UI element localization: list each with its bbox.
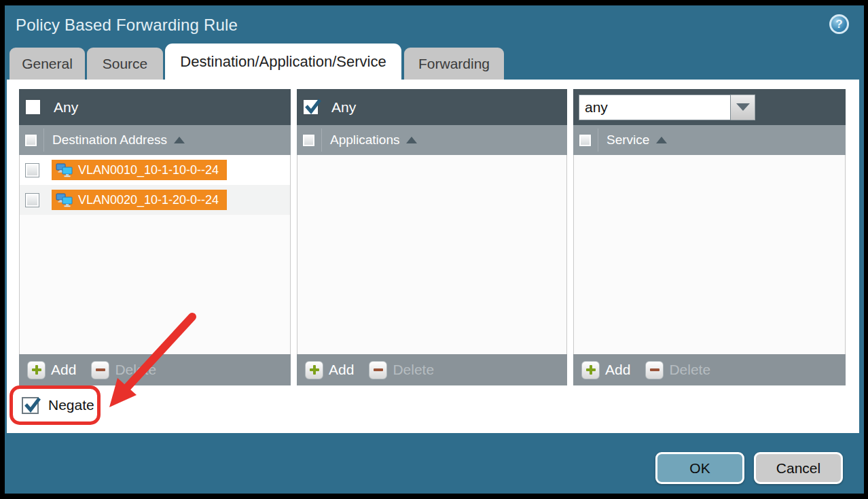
delete-button[interactable]: Delete — [645, 361, 710, 379]
dropdown-arrow-icon[interactable] — [731, 94, 755, 120]
sort-asc-icon[interactable] — [174, 137, 185, 143]
service-header-label: Service — [607, 133, 649, 148]
service-header[interactable]: Service — [573, 125, 846, 155]
applications-any-label: Any — [331, 99, 356, 116]
network-icon — [56, 163, 73, 177]
add-button[interactable]: Add — [581, 361, 630, 379]
applications-any-checkbox[interactable] — [302, 99, 319, 116]
service-dropdown[interactable]: any — [579, 94, 755, 120]
delete-button[interactable]: Delete — [91, 361, 156, 379]
destination-column: Any Destination Address — [19, 89, 291, 385]
service-column: any Service Add — [573, 89, 846, 385]
minus-icon — [369, 361, 387, 379]
address-object-chip[interactable]: VLAN0010_10-1-10-0--24 — [52, 160, 227, 180]
applications-header-checkbox[interactable] — [302, 134, 315, 147]
tab-general[interactable]: General — [10, 48, 85, 80]
service-selector-bar: any — [573, 89, 846, 125]
service-list — [573, 155, 846, 354]
applications-header-label: Applications — [330, 133, 399, 148]
delete-label: Delete — [393, 362, 434, 378]
service-dropdown-value: any — [579, 94, 731, 120]
content-panel: Any Destination Address — [7, 80, 859, 433]
tab-forwarding[interactable]: Forwarding — [404, 48, 504, 80]
tab-destination-application-service[interactable]: Destination/Application/Service — [165, 44, 401, 80]
network-icon — [56, 193, 73, 207]
check-icon — [302, 97, 323, 117]
header-divider — [598, 128, 598, 152]
row-checkbox[interactable] — [25, 193, 39, 207]
screenshot-root: Policy Based Forwarding Rule ? General S… — [0, 0, 868, 499]
applications-footer: Add Delete — [297, 354, 567, 385]
ok-button[interactable]: OK — [655, 452, 744, 484]
sort-asc-icon[interactable] — [406, 137, 417, 143]
delete-button[interactable]: Delete — [369, 361, 434, 379]
help-icon[interactable]: ? — [829, 14, 849, 34]
destination-header-label: Destination Address — [52, 133, 167, 148]
plus-icon — [581, 361, 600, 379]
service-footer: Add Delete — [573, 354, 846, 385]
address-object-label: VLAN0020_10-1-20-0--24 — [78, 193, 219, 207]
destination-list: VLAN0010_10-1-10-0--24 — [19, 155, 291, 354]
minus-icon — [91, 361, 109, 379]
plus-icon — [27, 361, 46, 379]
plus-icon — [305, 361, 323, 379]
minus-icon — [645, 361, 664, 379]
address-object-label: VLAN0010_10-1-10-0--24 — [78, 163, 219, 177]
cancel-button[interactable]: Cancel — [754, 452, 843, 484]
help-question-glyph: ? — [835, 18, 842, 31]
header-divider — [43, 128, 44, 152]
destination-header[interactable]: Destination Address — [19, 125, 291, 155]
service-header-checkbox[interactable] — [579, 134, 592, 147]
destination-any-checkbox[interactable] — [24, 99, 41, 116]
negate-label: Negate — [48, 397, 94, 413]
pbf-rule-dialog: Policy Based Forwarding Rule ? General S… — [5, 5, 864, 494]
destination-any-label: Any — [54, 99, 78, 116]
add-label: Add — [51, 362, 76, 378]
delete-label: Delete — [669, 362, 710, 378]
applications-any-bar: Any — [297, 89, 567, 125]
destination-row[interactable]: VLAN0010_10-1-10-0--24 — [20, 155, 290, 185]
address-object-chip[interactable]: VLAN0020_10-1-20-0--24 — [52, 190, 227, 210]
applications-header[interactable]: Applications — [297, 125, 567, 155]
negate-highlight: Negate — [10, 385, 101, 425]
destination-footer: Add Delete — [19, 354, 291, 385]
tab-source[interactable]: Source — [87, 48, 163, 80]
delete-label: Delete — [115, 362, 156, 378]
negate-checkbox[interactable] — [22, 397, 39, 414]
sort-asc-icon[interactable] — [656, 137, 667, 143]
add-button[interactable]: Add — [27, 361, 76, 379]
add-label: Add — [605, 362, 630, 378]
dialog-title: Policy Based Forwarding Rule — [16, 16, 238, 35]
check-icon — [22, 395, 42, 415]
destination-any-bar: Any — [19, 89, 291, 125]
destination-header-checkbox[interactable] — [24, 134, 37, 147]
applications-list — [297, 155, 567, 354]
applications-column: Any Applications Add — [297, 89, 567, 385]
add-label: Add — [329, 362, 354, 378]
add-button[interactable]: Add — [305, 361, 354, 379]
header-divider — [321, 128, 322, 152]
destination-row[interactable]: VLAN0020_10-1-20-0--24 — [20, 185, 290, 215]
row-checkbox[interactable] — [25, 163, 39, 177]
